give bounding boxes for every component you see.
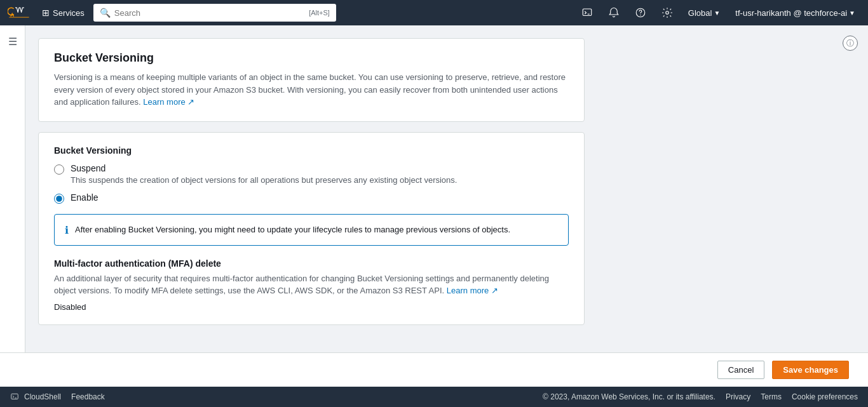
search-shortcut: [Alt+S]	[309, 9, 330, 17]
enable-radio-item[interactable]: Enable	[54, 192, 569, 204]
suspend-label: Suspend	[71, 163, 457, 173]
suspend-radio-item[interactable]: Suspend This suspends the creation of ob…	[54, 163, 569, 186]
svg-rect-4	[11, 394, 18, 399]
card-title: Bucket Versioning	[54, 51, 569, 65]
mfa-description: An additional layer of security that req…	[54, 272, 569, 297]
suspend-description: This suspends the creation of object ver…	[71, 175, 457, 186]
card-description: Versioning is a means of keeping multipl…	[54, 71, 569, 109]
mfa-status: Disabled	[54, 302, 569, 312]
svg-rect-0	[583, 9, 592, 16]
versioning-settings-card: Bucket Versioning Suspend This suspends …	[38, 132, 585, 325]
search-icon: 🔍	[100, 8, 111, 18]
cloudshell-icon-btn[interactable]	[576, 4, 598, 21]
enable-radio[interactable]	[54, 194, 64, 204]
bucket-versioning-card: Bucket Versioning Versioning is a means …	[38, 38, 585, 122]
info-panel-icon[interactable]: ⓘ	[843, 36, 858, 51]
region-selector[interactable]: Global ▼	[683, 6, 725, 20]
notifications-icon-btn[interactable]	[603, 4, 625, 21]
services-menu-button[interactable]: ⊞ Services	[38, 5, 88, 20]
svg-point-3	[666, 11, 669, 15]
save-changes-button[interactable]: Save changes	[772, 361, 849, 379]
versioning-section-label: Bucket Versioning	[54, 145, 569, 156]
top-navigation: ⊞ Services 🔍 [Alt+S] Global ▼ tf-usr-har…	[0, 0, 868, 25]
services-label: Services	[53, 8, 85, 18]
region-chevron-icon: ▼	[714, 10, 720, 17]
user-label: tf-usr-harikanth @ techforce-ai	[735, 8, 847, 18]
cancel-button[interactable]: Cancel	[717, 361, 764, 379]
bottom-bar: CloudShell Feedback © 2023, Amazon Web S…	[0, 387, 868, 407]
feedback-label[interactable]: Feedback	[71, 392, 105, 401]
user-chevron-icon: ▼	[849, 10, 855, 17]
terms-link[interactable]: Terms	[761, 392, 782, 401]
suspend-radio[interactable]	[54, 164, 64, 175]
learn-more-link-1[interactable]: Learn more ↗	[143, 97, 194, 107]
footer-links: © 2023, Amazon Web Services, Inc. or its…	[543, 392, 858, 401]
info-circle-icon: ℹ	[65, 224, 69, 236]
mfa-title: Multi-factor authentication (MFA) delete	[54, 258, 569, 269]
svg-point-2	[640, 15, 641, 16]
settings-icon-btn[interactable]	[656, 4, 678, 21]
mfa-section: Multi-factor authentication (MFA) delete…	[54, 258, 569, 312]
help-icon-btn[interactable]	[630, 4, 651, 21]
search-bar[interactable]: 🔍 [Alt+S]	[93, 4, 336, 22]
search-input[interactable]	[114, 8, 305, 18]
main-content: ⓘ Bucket Versioning Versioning is a mean…	[25, 25, 868, 352]
action-bar: Cancel Save changes	[0, 352, 868, 387]
info-box-text: After enabling Bucket Versioning, you mi…	[75, 224, 510, 236]
enable-label: Enable	[71, 192, 98, 203]
aws-logo[interactable]	[8, 6, 31, 20]
hamburger-icon[interactable]: ☰	[6, 33, 20, 50]
card-description-text: Versioning is a means of keeping multipl…	[54, 72, 566, 107]
region-label: Global	[688, 8, 712, 18]
grid-icon: ⊞	[42, 8, 50, 18]
sidebar-toggle-area: ☰	[0, 25, 25, 352]
cloudshell-label: CloudShell	[24, 392, 61, 401]
user-menu[interactable]: tf-usr-harikanth @ techforce-ai ▼	[730, 6, 860, 20]
copyright-text: © 2023, Amazon Web Services, Inc. or its…	[543, 392, 715, 401]
mfa-learn-more-link[interactable]: Learn more ↗	[447, 286, 498, 295]
cloudshell-bottom-btn[interactable]: CloudShell	[10, 392, 61, 401]
cookie-link[interactable]: Cookie preferences	[792, 392, 858, 401]
versioning-info-box: ℹ After enabling Bucket Versioning, you …	[54, 214, 569, 246]
privacy-link[interactable]: Privacy	[726, 392, 750, 401]
versioning-radio-group: Suspend This suspends the creation of ob…	[54, 163, 569, 204]
